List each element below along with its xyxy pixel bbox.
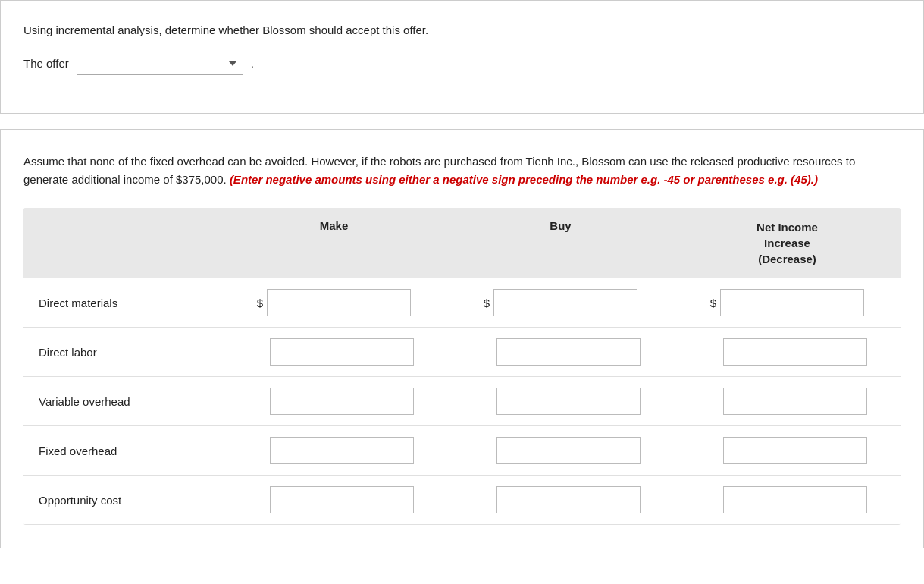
cell-net-fixed-overhead <box>674 437 901 464</box>
cell-net-opportunity-cost <box>674 486 901 513</box>
col-header-make: Make <box>221 215 447 271</box>
instructions-paragraph: Assume that none of the fixed overhead c… <box>23 152 901 189</box>
col-header-label <box>23 215 221 271</box>
input-make-fixed-overhead[interactable] <box>270 437 414 464</box>
cell-make-fixed-overhead <box>221 437 447 464</box>
input-make-direct-labor[interactable] <box>270 338 414 366</box>
label-variable-overhead: Variable overhead <box>23 395 221 408</box>
input-net-fixed-overhead[interactable] <box>723 437 867 464</box>
cell-net-direct-labor <box>674 338 901 366</box>
cell-net-direct-materials: $ <box>674 289 901 316</box>
cell-make-variable-overhead <box>221 388 447 415</box>
col-header-net-income: Net Income Increase (Decrease) <box>674 215 901 271</box>
main-section: Assume that none of the fixed overhead c… <box>0 129 924 548</box>
cell-buy-opportunity-cost <box>447 486 674 513</box>
input-make-variable-overhead[interactable] <box>270 388 414 415</box>
row-variable-overhead: Variable overhead <box>23 377 901 426</box>
cell-make-opportunity-cost <box>221 486 447 513</box>
input-net-variable-overhead[interactable] <box>723 388 867 415</box>
input-buy-direct-materials[interactable] <box>493 289 637 316</box>
input-net-direct-labor[interactable] <box>723 338 867 366</box>
cell-buy-direct-materials: $ <box>447 289 674 316</box>
input-buy-variable-overhead[interactable] <box>496 388 641 415</box>
col-header-buy: Buy <box>447 215 674 271</box>
dollar-buy: $ <box>484 297 490 309</box>
input-make-opportunity-cost[interactable] <box>270 486 414 513</box>
input-buy-fixed-overhead[interactable] <box>496 437 641 464</box>
dollar-net: $ <box>710 297 716 309</box>
analysis-table: Make Buy Net Income Increase (Decrease) … <box>23 208 901 525</box>
top-section: Using incremental analysis, determine wh… <box>0 0 924 114</box>
offer-period: . <box>251 57 254 70</box>
row-direct-materials: Direct materials $ $ $ <box>23 278 901 328</box>
label-direct-labor: Direct labor <box>23 346 221 359</box>
label-fixed-overhead: Fixed overhead <box>23 444 221 457</box>
input-net-direct-materials[interactable] <box>720 289 864 316</box>
cell-buy-direct-labor <box>447 338 674 366</box>
net-income-line3: (Decrease) <box>758 253 816 265</box>
row-direct-labor: Direct labor <box>23 328 901 377</box>
cell-net-variable-overhead <box>674 388 901 415</box>
label-opportunity-cost: Opportunity cost <box>23 494 221 507</box>
red-italic-text: (Enter negative amounts using either a n… <box>230 173 818 186</box>
offer-label: The offer <box>23 57 69 70</box>
label-direct-materials: Direct materials <box>23 297 221 309</box>
cell-make-direct-materials: $ <box>221 289 447 316</box>
net-income-line2: Increase <box>764 237 810 250</box>
cell-buy-variable-overhead <box>447 388 674 415</box>
row-opportunity-cost: Opportunity cost <box>23 476 901 525</box>
input-net-opportunity-cost[interactable] <box>723 486 867 513</box>
input-buy-opportunity-cost[interactable] <box>496 486 641 513</box>
input-buy-direct-labor[interactable] <box>496 338 641 366</box>
top-instruction: Using incremental analysis, determine wh… <box>23 24 901 36</box>
net-income-line1: Net Income <box>756 221 818 234</box>
cell-buy-fixed-overhead <box>447 437 674 464</box>
table-header: Make Buy Net Income Increase (Decrease) <box>23 208 901 278</box>
cell-make-direct-labor <box>221 338 447 366</box>
row-fixed-overhead: Fixed overhead <box>23 426 901 476</box>
dollar-make: $ <box>257 297 263 309</box>
offer-row: The offer should be accepted should be r… <box>23 52 901 75</box>
offer-select[interactable]: should be accepted should be rejected <box>77 52 243 75</box>
input-make-direct-materials[interactable] <box>267 289 411 316</box>
